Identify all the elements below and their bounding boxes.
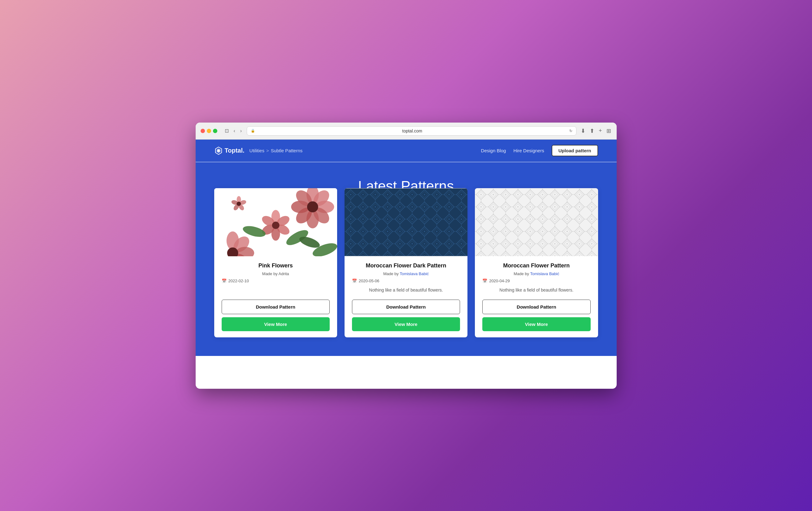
sidebar-toggle-button[interactable]: ⊡ xyxy=(224,127,230,134)
author-link-moroccan-dark[interactable]: Tomislava Babić xyxy=(400,271,429,276)
browser-chrome: ⊡ ‹ › 🔒 toptal.com ↻ ⬇ ⬆ + ⊞ xyxy=(196,123,617,140)
card-actions-moroccan-dark: Download Pattern View More xyxy=(345,300,467,337)
svg-point-12 xyxy=(307,201,318,212)
card-moroccan-light: Moroccan Flower Pattern Made by Tomislav… xyxy=(475,188,598,337)
reload-icon: ↻ xyxy=(569,129,572,133)
traffic-light-red[interactable] xyxy=(201,129,205,133)
header-nav: Design Blog Hire Designers Upload patter… xyxy=(481,145,598,156)
hire-designers-link[interactable]: Hire Designers xyxy=(513,148,544,153)
view-more-button-pink-flowers[interactable]: View More xyxy=(222,317,330,331)
toptal-logo[interactable]: Toptal. xyxy=(214,146,244,155)
svg-rect-41 xyxy=(475,188,598,256)
design-blog-link[interactable]: Design Blog xyxy=(481,148,506,153)
browser-controls: ⊡ ‹ › xyxy=(224,127,243,134)
share-button[interactable]: ⬆ xyxy=(589,127,595,135)
card-title-pink-flowers: Pink Flowers xyxy=(222,263,330,269)
download-pattern-button-moroccan-light[interactable]: Download Pattern xyxy=(482,300,590,314)
upload-pattern-button[interactable]: Upload pattern xyxy=(552,145,598,156)
svg-point-19 xyxy=(272,221,279,229)
address-bar[interactable]: 🔒 toptal.com ↻ xyxy=(247,126,576,136)
view-more-button-moroccan-light[interactable]: View More xyxy=(482,317,590,331)
card-date-moroccan-dark: 📅 2020-05-06 xyxy=(352,278,460,283)
header-left: Toptal. Utilities > Subtle Patterns xyxy=(214,146,303,155)
site-content: Toptal. Utilities > Subtle Patterns Desi… xyxy=(196,140,617,356)
forward-button[interactable]: › xyxy=(239,127,243,134)
tab-overview-button[interactable]: ⊞ xyxy=(606,127,612,135)
download-pattern-button-pink-flowers[interactable]: Download Pattern xyxy=(222,300,330,314)
card-author-moroccan-dark: Made by Tomislava Babić xyxy=(352,271,460,276)
site-header: Toptal. Utilities > Subtle Patterns Desi… xyxy=(196,140,617,162)
card-description-moroccan-light: Nothing like a field of beautiful flower… xyxy=(482,287,590,293)
flowers-svg xyxy=(214,188,337,256)
svg-rect-38 xyxy=(345,188,467,256)
card-author-moroccan-light: Made by Tomislava Babić xyxy=(482,271,590,276)
view-more-button-moroccan-dark[interactable]: View More xyxy=(352,317,460,331)
moroccan-dark-svg xyxy=(345,188,467,256)
traffic-lights xyxy=(201,129,217,133)
card-actions-pink-flowers: Download Pattern View More xyxy=(214,300,337,337)
traffic-light-yellow[interactable] xyxy=(207,129,211,133)
card-title-moroccan-dark: Moroccan Flower Dark Pattern xyxy=(352,263,460,269)
new-tab-button[interactable]: + xyxy=(598,127,603,134)
author-link-moroccan-light[interactable]: Tomislava Babić xyxy=(530,271,559,276)
breadcrumb-base: Utilities xyxy=(250,148,264,153)
traffic-light-green[interactable] xyxy=(213,129,217,133)
back-button[interactable]: ‹ xyxy=(232,127,236,134)
toptal-logo-icon xyxy=(214,146,223,155)
breadcrumb-current: Subtle Patterns xyxy=(271,148,303,153)
hero-section: Latest Patterns xyxy=(196,162,617,356)
download-button[interactable]: ⬇ xyxy=(580,127,586,135)
card-date-pink-flowers: 📅 2022-02-10 xyxy=(222,278,330,283)
moroccan-light-svg xyxy=(475,188,598,256)
browser-window: ⊡ ‹ › 🔒 toptal.com ↻ ⬇ ⬆ + ⊞ xyxy=(196,123,617,389)
lock-icon: 🔒 xyxy=(251,129,255,133)
breadcrumb: Utilities > Subtle Patterns xyxy=(250,148,303,153)
card-body-moroccan-dark: Moroccan Flower Dark Pattern Made by Tom… xyxy=(345,256,467,300)
card-pink-flowers: Pink Flowers Made by Adrita 📅 2022-02-10… xyxy=(214,188,337,337)
card-title-moroccan-light: Moroccan Flower Pattern xyxy=(482,263,590,269)
breadcrumb-separator: > xyxy=(266,148,269,153)
download-pattern-button-moroccan-dark[interactable]: Download Pattern xyxy=(352,300,460,314)
svg-point-2 xyxy=(218,150,220,152)
card-body-pink-flowers: Pink Flowers Made by Adrita 📅 2022-02-10 xyxy=(214,256,337,300)
browser-actions: ⬇ ⬆ + ⊞ xyxy=(580,127,612,135)
card-description-moroccan-dark: Nothing like a field of beautiful flower… xyxy=(352,287,460,293)
card-moroccan-dark: Moroccan Flower Dark Pattern Made by Tom… xyxy=(345,188,467,337)
calendar-icon-3: 📅 xyxy=(482,278,487,283)
card-actions-moroccan-light: Download Pattern View More xyxy=(475,300,598,337)
card-date-moroccan-light: 📅 2020-04-29 xyxy=(482,278,590,283)
cards-grid: Pink Flowers Made by Adrita 📅 2022-02-10… xyxy=(214,188,598,337)
card-image-pink-flowers xyxy=(214,188,337,256)
calendar-icon-2: 📅 xyxy=(352,278,357,283)
card-image-moroccan-light xyxy=(475,188,598,256)
url-text: toptal.com xyxy=(257,128,568,133)
card-image-moroccan-dark xyxy=(345,188,467,256)
svg-point-28 xyxy=(236,202,241,206)
card-body-moroccan-light: Moroccan Flower Pattern Made by Tomislav… xyxy=(475,256,598,300)
card-author-pink-flowers: Made by Adrita xyxy=(222,271,330,276)
calendar-icon: 📅 xyxy=(222,278,227,283)
